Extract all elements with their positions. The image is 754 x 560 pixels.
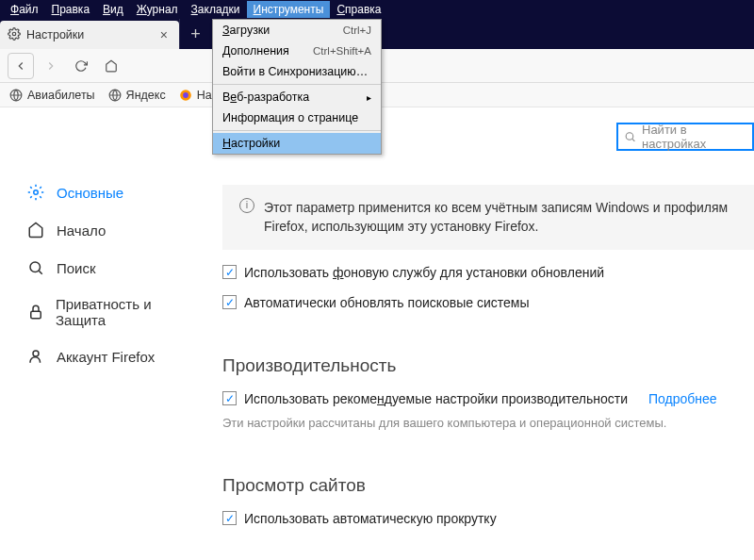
checkbox-icon[interactable]: ✓ xyxy=(222,265,237,279)
forward-button[interactable] xyxy=(38,53,64,79)
menu-tools[interactable]: Инструменты xyxy=(247,1,331,18)
dd-downloads[interactable]: ЗагрузкиCtrl+J xyxy=(213,20,381,41)
bookmark-aviabilety[interactable]: Авиабилеты xyxy=(9,89,95,102)
sidebar-item-account[interactable]: Аккаунт Firefox xyxy=(26,338,198,375)
account-icon xyxy=(26,347,45,366)
info-icon: i xyxy=(239,198,254,213)
settings-main: i Этот параметр применится ко всем учётн… xyxy=(198,107,754,560)
learn-more-link[interactable]: Подробнее xyxy=(648,391,717,406)
lock-icon xyxy=(26,303,44,321)
check-perf-rec[interactable]: ✓ Использовать рекомендуемые настройки п… xyxy=(222,391,754,406)
svg-rect-8 xyxy=(30,311,41,319)
globe-icon xyxy=(9,89,23,102)
settings-search[interactable]: Найти в настройках xyxy=(616,123,754,151)
dd-pageinfo[interactable]: Информация о странице xyxy=(213,107,381,128)
close-icon[interactable]: × xyxy=(156,27,172,42)
back-button[interactable] xyxy=(8,53,34,79)
section-performance: Производительность xyxy=(222,355,754,376)
sidebar-item-home[interactable]: Начало xyxy=(26,211,198,249)
dd-addons[interactable]: ДополненияCtrl+Shift+A xyxy=(213,41,381,61)
svg-line-7 xyxy=(39,271,41,273)
dd-webdev[interactable]: Веб-разработка▸ xyxy=(213,87,381,107)
content-area: Основные Начало Поиск Приватность и Защи… xyxy=(0,107,754,560)
tab-title: Настройки xyxy=(26,28,84,41)
separator xyxy=(213,84,381,85)
svg-point-10 xyxy=(626,133,633,140)
chevron-right-icon: ▸ xyxy=(367,92,371,103)
svg-point-0 xyxy=(12,32,16,36)
dd-settings[interactable]: Настройки xyxy=(213,133,381,154)
check-bg-service[interactable]: ✓ Использовать фоновую службу для устано… xyxy=(222,265,754,280)
svg-line-11 xyxy=(632,139,634,140)
svg-point-4 xyxy=(183,92,188,98)
section-browsing: Просмотр сайтов xyxy=(222,475,754,496)
sidebar-item-general[interactable]: Основные xyxy=(26,173,198,211)
checkbox-icon[interactable]: ✓ xyxy=(222,391,237,405)
perf-hint: Эти настройки рассчитаны для вашего комп… xyxy=(222,416,754,430)
reload-button[interactable] xyxy=(68,53,94,79)
menubar: Файл Правка Вид Журнал Закладки Инструме… xyxy=(0,0,754,19)
gear-icon xyxy=(8,27,21,43)
bookmark-yandex[interactable]: Яндекс xyxy=(108,89,166,102)
separator xyxy=(213,130,381,131)
settings-sidebar: Основные Начало Поиск Приватность и Защи… xyxy=(0,107,198,560)
globe-icon xyxy=(108,89,122,102)
sidebar-item-privacy[interactable]: Приватность и Защита xyxy=(26,287,198,338)
menu-history[interactable]: Журнал xyxy=(130,1,185,18)
menu-edit[interactable]: Правка xyxy=(45,1,97,18)
gear-icon xyxy=(26,183,45,202)
tools-dropdown: ЗагрузкиCtrl+J ДополненияCtrl+Shift+A Во… xyxy=(212,19,382,155)
check-autoscroll[interactable]: ✓ Использовать автоматическую прокрутку xyxy=(222,511,754,526)
svg-point-9 xyxy=(33,351,39,356)
info-banner: i Этот параметр применится ко всем учётн… xyxy=(222,185,754,250)
new-tab-button[interactable]: + xyxy=(179,19,211,49)
search-icon xyxy=(624,130,636,143)
sidebar-item-search[interactable]: Поиск xyxy=(26,249,198,287)
search-placeholder: Найти в настройках xyxy=(642,123,746,151)
check-auto-search[interactable]: ✓ Автоматически обновлять поисковые сист… xyxy=(222,295,754,310)
firefox-icon xyxy=(179,89,192,102)
svg-point-6 xyxy=(30,262,41,272)
home-button[interactable] xyxy=(98,53,124,79)
tab-settings[interactable]: Настройки × xyxy=(0,21,179,49)
home-icon xyxy=(26,221,45,239)
menu-bookmarks[interactable]: Закладки xyxy=(185,1,247,18)
menu-view[interactable]: Вид xyxy=(96,1,130,18)
svg-point-5 xyxy=(34,190,39,195)
menu-help[interactable]: Справка xyxy=(330,1,387,18)
checkbox-icon[interactable]: ✓ xyxy=(222,295,237,309)
search-icon xyxy=(26,258,45,277)
menu-file[interactable]: Файл xyxy=(4,1,45,18)
dd-sync[interactable]: Войти в Синхронизацию… xyxy=(213,61,381,82)
checkbox-icon[interactable]: ✓ xyxy=(222,511,237,525)
